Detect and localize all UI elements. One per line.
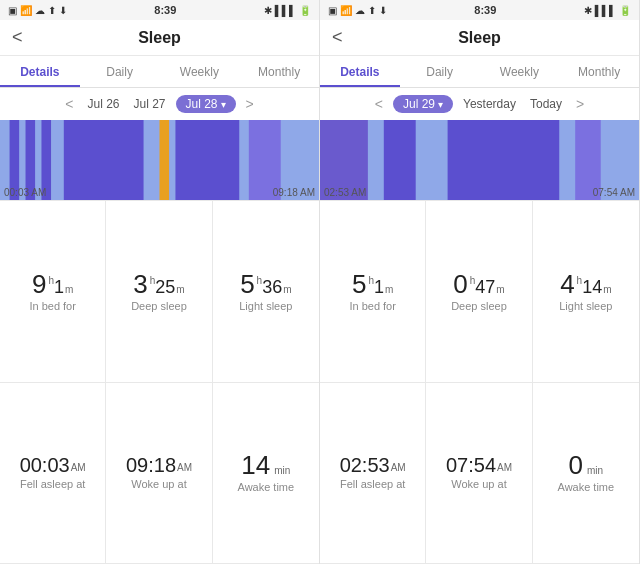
stat-number: 0 (569, 452, 583, 478)
signal2-icon: ⬇ (379, 5, 387, 16)
stat-value: 0 min (569, 452, 604, 478)
stat-label: Awake time (238, 481, 295, 493)
next-arrow[interactable]: > (572, 96, 588, 112)
status-bar: ▣ 📶 ☁ ⬆ ⬇ 8:39 ✱ ▌▌▌ 🔋 (320, 0, 639, 20)
stat-number-minutes: 1 (54, 278, 64, 296)
status-icons-right: ✱ ▌▌▌ 🔋 (584, 5, 631, 16)
stat-value: 5 h 1 m (352, 271, 393, 297)
next-arrow[interactable]: > (242, 96, 258, 112)
stats-grid: 9 h 1 m In bed for 3 h 25 m Deep sleep 5… (0, 200, 319, 564)
signal2-icon: ⬇ (59, 5, 67, 16)
stat-time: 07:54 (446, 455, 496, 475)
back-button[interactable]: < (12, 27, 23, 48)
stat-number-minutes: 36 (262, 278, 282, 296)
panel-panel2: ▣ 📶 ☁ ⬆ ⬇ 8:39 ✱ ▌▌▌ 🔋 < Sleep DetailsDa… (0, 0, 320, 564)
stat-value: 09:18 AM (126, 455, 192, 475)
stat-number: 4 (560, 271, 574, 297)
prev-arrow[interactable]: < (61, 96, 77, 112)
screen-icon: ▣ (328, 5, 337, 16)
status-time: 8:39 (154, 4, 176, 16)
stat-label: Woke up at (451, 478, 506, 490)
stat-label: Fell asleep at (20, 478, 85, 490)
signal-bars-icon: ▌▌▌ (275, 5, 296, 16)
stat-number: 5 (352, 271, 366, 297)
stat-label: Fell asleep at (340, 478, 405, 490)
stat-cell: 02:53 AM Fell asleep at (320, 383, 426, 565)
wifi-icon: 📶 (340, 5, 352, 16)
sleep-chart: 00:03 AM09:18 AM (0, 120, 319, 200)
stat-ampm: AM (71, 462, 86, 473)
stat-ampm: AM (391, 462, 406, 473)
stat-label: Light sleep (239, 300, 292, 312)
stat-number-minutes: 47 (475, 278, 495, 296)
stat-cell: 3 h 25 m Deep sleep (106, 201, 212, 383)
prev-arrow[interactable]: < (371, 96, 387, 112)
stat-cell: 9 h 1 m In bed for (0, 201, 106, 383)
header: < Sleep (0, 20, 319, 56)
date-label[interactable]: Yesterday (459, 97, 520, 111)
status-time: 8:39 (474, 4, 496, 16)
dropdown-arrow-icon: ▾ (221, 99, 226, 110)
stat-unit-minutes: m (385, 284, 393, 295)
stats-grid: 5 h 1 m In bed for 0 h 47 m Deep sleep 4… (320, 200, 639, 564)
header-title: Sleep (138, 29, 181, 47)
stat-cell: 0 h 47 m Deep sleep (426, 201, 532, 383)
dropdown-arrow-icon: ▾ (438, 99, 443, 110)
bluetooth-icon: ✱ (264, 5, 272, 16)
tab-details[interactable]: Details (0, 56, 80, 87)
tabs-bar: DetailsDailyWeeklyMonthly (320, 56, 639, 88)
stat-unit: min (587, 465, 603, 476)
chart-time-start: 00:03 AM (4, 187, 46, 198)
svg-rect-11 (448, 120, 560, 200)
stat-time: 00:03 (20, 455, 70, 475)
chart-time-start: 02:53 AM (324, 187, 366, 198)
tab-weekly[interactable]: Weekly (480, 56, 560, 87)
stat-ampm: AM (177, 462, 192, 473)
date-label[interactable]: Today (526, 97, 566, 111)
stat-value: 4 h 14 m (560, 271, 611, 297)
signal-icon: ⬆ (48, 5, 56, 16)
stat-ampm: AM (497, 462, 512, 473)
stat-cell: 0 min Awake time (533, 383, 639, 565)
svg-rect-6 (175, 120, 239, 200)
tab-daily[interactable]: Daily (400, 56, 480, 87)
tabs-bar: DetailsDailyWeeklyMonthly (0, 56, 319, 88)
stat-cell: 5 h 1 m In bed for (320, 201, 426, 383)
battery-icon: 🔋 (619, 5, 631, 16)
stat-label: Awake time (558, 481, 615, 493)
stat-number-minutes: 14 (582, 278, 602, 296)
stat-unit: min (274, 465, 290, 476)
back-button[interactable]: < (332, 27, 343, 48)
screen-icon: ▣ (8, 5, 17, 16)
cloud-icon: ☁ (35, 5, 45, 16)
tab-daily[interactable]: Daily (80, 56, 160, 87)
stat-value: 00:03 AM (20, 455, 86, 475)
stat-number: 14 (241, 452, 270, 478)
stat-unit-minutes: m (603, 284, 611, 295)
stat-label: Deep sleep (131, 300, 187, 312)
sleep-chart: 02:53 AM07:54 AM (320, 120, 639, 200)
tab-monthly[interactable]: Monthly (559, 56, 639, 87)
date-nav: <Jul 26Jul 27Jul 28 ▾> (0, 88, 319, 120)
stat-cell: 00:03 AM Fell asleep at (0, 383, 106, 565)
svg-rect-5 (160, 120, 170, 200)
tab-weekly[interactable]: Weekly (160, 56, 240, 87)
stat-unit-minutes: m (283, 284, 291, 295)
stat-cell: 09:18 AM Woke up at (106, 383, 212, 565)
stat-label: Light sleep (559, 300, 612, 312)
stat-label: Deep sleep (451, 300, 507, 312)
stat-unit-minutes: m (65, 284, 73, 295)
tab-details[interactable]: Details (320, 56, 400, 87)
date-pill[interactable]: Jul 28 ▾ (176, 95, 236, 113)
status-icons-left: ▣ 📶 ☁ ⬆ ⬇ (328, 5, 387, 16)
stat-unit-minutes: m (496, 284, 504, 295)
tab-monthly[interactable]: Monthly (239, 56, 319, 87)
date-label[interactable]: Jul 27 (129, 97, 169, 111)
chart-svg (0, 120, 319, 200)
date-label[interactable]: Jul 26 (83, 97, 123, 111)
stat-label: In bed for (29, 300, 75, 312)
panel-panel1: ▣ 📶 ☁ ⬆ ⬇ 8:39 ✱ ▌▌▌ 🔋 < Sleep DetailsDa… (320, 0, 640, 564)
wifi-icon: 📶 (20, 5, 32, 16)
date-pill[interactable]: Jul 29 ▾ (393, 95, 453, 113)
stat-value: 0 h 47 m (453, 271, 504, 297)
